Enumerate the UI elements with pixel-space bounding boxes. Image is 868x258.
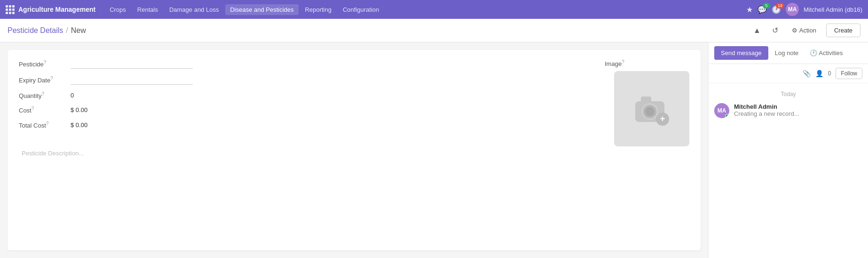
day-divider: Today	[714, 91, 862, 97]
avatar[interactable]: MA	[786, 3, 799, 16]
svg-text:+: +	[660, 114, 665, 123]
total-cost-field-row: Total Cost? $ 0.00	[19, 121, 586, 129]
clock-icon[interactable]: 🕐 19	[772, 5, 781, 14]
quantity-value[interactable]: 0	[71, 92, 74, 99]
total-cost-help-icon: ?	[46, 121, 49, 126]
form-body: Pesticide? Expiry Date? Quantity? 0	[19, 59, 689, 177]
chatter-message: MA Mitchell Admin Creating a new record.…	[714, 103, 862, 118]
message-author: Mitchell Admin	[734, 103, 862, 110]
pesticide-help-icon: ?	[44, 60, 47, 65]
breadcrumb-parent[interactable]: Pesticide Details	[8, 26, 63, 35]
breadcrumb-bar: Pesticide Details / New ▲ ↺ ⚙ Action Cre…	[0, 19, 868, 42]
chat-icon[interactable]: 💬 5	[758, 5, 767, 14]
breadcrumb-separator: /	[66, 26, 68, 35]
description-input[interactable]	[19, 148, 586, 176]
cost-help-icon: ?	[32, 106, 34, 111]
camera-icon: +	[631, 90, 673, 128]
paperclip-icon[interactable]: 📎	[803, 70, 811, 77]
followers-count: 0	[828, 70, 831, 77]
activities-button[interactable]: 🕐 Activities	[805, 46, 847, 60]
image-help-icon: ?	[622, 59, 624, 64]
chatter-meta: 📎 👤 0 Follow	[709, 64, 868, 83]
chat-badge: 5	[763, 3, 770, 8]
app-title: Agriculture Management	[18, 6, 95, 13]
cost-value[interactable]: $ 0.00	[71, 106, 87, 113]
star-icon[interactable]: ★	[746, 5, 753, 14]
menu-item-rentals[interactable]: Rentals	[133, 4, 163, 15]
total-cost-value[interactable]: $ 0.00	[71, 121, 87, 129]
quantity-help-icon: ?	[41, 91, 44, 97]
message-content: Mitchell Admin Creating a new record...	[734, 103, 862, 118]
menu-item-damage-and-loss[interactable]: Damage and Loss	[165, 4, 224, 15]
updates-badge: 19	[776, 3, 784, 8]
grid-icon	[6, 5, 15, 14]
expiry-date-field-row: Expiry Date?	[19, 75, 586, 85]
expiry-date-label: Expiry Date?	[19, 76, 71, 84]
top-navigation: Agriculture Management Crops Rentals Dam…	[0, 0, 868, 19]
breadcrumb-current: New	[71, 26, 86, 35]
chatter-feed: Today MA Mitchell Admin Creating a new r…	[709, 83, 868, 131]
breadcrumb-actions: ▲ ↺ ⚙ Action Create	[750, 23, 860, 38]
pesticide-label: Pesticide?	[19, 60, 71, 68]
send-message-button[interactable]: Send message	[714, 46, 768, 60]
online-indicator	[725, 114, 729, 118]
total-cost-label: Total Cost?	[19, 121, 71, 129]
upload-button[interactable]: ▲	[750, 24, 765, 38]
form-image-area: Image?	[605, 59, 689, 177]
cost-field-row: Cost? $ 0.00	[19, 106, 586, 114]
menu-item-configuration[interactable]: Configuration	[338, 4, 384, 15]
main-menu: Crops Rentals Damage and Loss Disease an…	[105, 4, 746, 15]
message-avatar: MA	[714, 103, 729, 118]
gear-icon: ⚙	[792, 27, 797, 34]
pesticide-input[interactable]	[71, 59, 193, 69]
activities-clock-icon: 🕐	[810, 49, 817, 56]
user-icon[interactable]: 👤	[815, 70, 823, 77]
app-logo[interactable]: Agriculture Management	[6, 5, 95, 14]
image-label-text: Image?	[605, 59, 656, 67]
form-card: Pesticide? Expiry Date? Quantity? 0	[8, 50, 701, 250]
menu-item-reporting[interactable]: Reporting	[300, 4, 336, 15]
topnav-right-area: ★ 💬 5 🕐 19 MA Mitchell Admin (db16)	[746, 3, 862, 16]
pesticide-field-row: Pesticide?	[19, 59, 586, 69]
image-upload-placeholder[interactable]: +	[614, 71, 689, 146]
chatter-actions: Send message Log note 🕐 Activities	[709, 42, 868, 64]
description-area	[19, 148, 586, 177]
expiry-date-input[interactable]	[71, 75, 193, 85]
message-text: Creating a new record...	[734, 110, 862, 117]
chatter-panel: Send message Log note 🕐 Activities 📎 👤 0…	[708, 42, 868, 258]
quantity-label: Quantity?	[19, 91, 71, 99]
action-button[interactable]: ⚙ Action	[786, 24, 822, 37]
main-area: Pesticide? Expiry Date? Quantity? 0	[0, 42, 868, 258]
reset-button[interactable]: ↺	[768, 23, 782, 38]
follow-button[interactable]: Follow	[836, 68, 862, 79]
log-note-button[interactable]: Log note	[770, 46, 804, 60]
cost-label: Cost?	[19, 106, 71, 114]
user-name[interactable]: Mitchell Admin (db16)	[804, 6, 862, 13]
menu-item-crops[interactable]: Crops	[105, 4, 131, 15]
action-label: Action	[799, 27, 816, 34]
svg-rect-1	[641, 97, 651, 103]
create-button[interactable]: Create	[826, 24, 860, 37]
expiry-date-help-icon: ?	[50, 76, 53, 81]
menu-item-disease-and-pesticides[interactable]: Disease and Pesticides	[225, 4, 298, 15]
breadcrumb: Pesticide Details / New	[8, 26, 86, 35]
form-fields: Pesticide? Expiry Date? Quantity? 0	[19, 59, 586, 177]
svg-point-3	[645, 107, 655, 116]
quantity-field-row: Quantity? 0	[19, 91, 586, 99]
